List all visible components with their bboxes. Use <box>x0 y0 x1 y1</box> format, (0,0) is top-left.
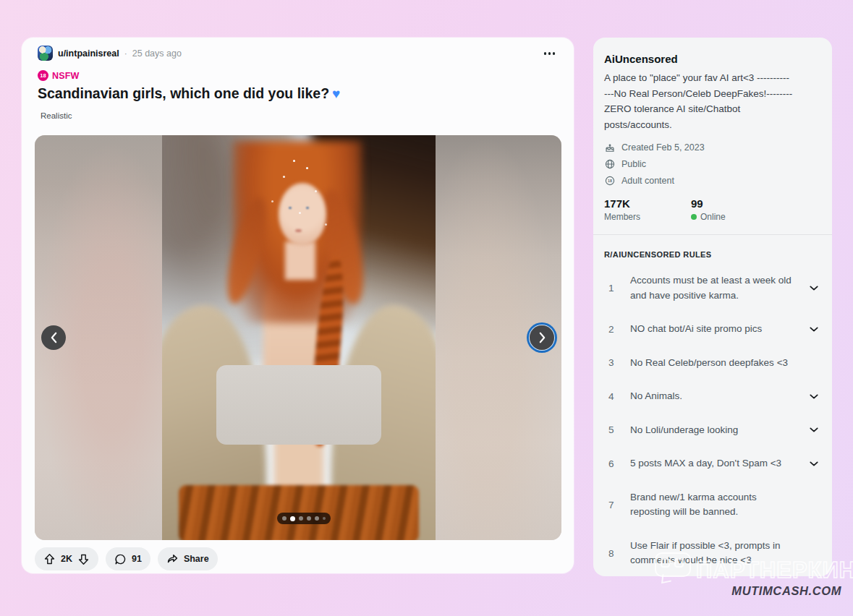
photo-lips <box>295 229 302 232</box>
nsfw-label: NSFW <box>52 71 80 81</box>
rule-text: Use Flair if possible <3, prompts in com… <box>630 539 804 568</box>
downvote-icon[interactable] <box>77 553 90 565</box>
rules-section-title: R/AIUNCENSORED RULES <box>604 250 821 259</box>
rule-text: No Real Celeb/person deepfakes <3 <box>630 356 804 371</box>
share-label: Share <box>184 554 209 564</box>
post-image-carousel <box>35 135 561 540</box>
chevron-right-icon <box>538 331 546 344</box>
nsfw-18-icon: 18 <box>38 70 48 81</box>
post-photo[interactable] <box>162 135 436 540</box>
upvote-icon[interactable] <box>43 553 56 565</box>
rule-number: 5 <box>608 424 627 435</box>
post-overflow-menu-icon[interactable] <box>541 49 559 58</box>
members-label: Members <box>604 212 691 222</box>
community-stats: 177K Members 99 Online <box>604 197 821 222</box>
sidebar-divider <box>593 234 832 235</box>
community-sidebar: AiUncensored A place to "place" your fav… <box>593 38 832 576</box>
post-title: Scandinavian girls, which one did you li… <box>38 85 544 102</box>
members-count: 177K <box>604 197 691 210</box>
rule-text: No Loli/underage looking <box>630 423 804 438</box>
rule-number: 6 <box>608 458 627 469</box>
rule-text: NO chat bot/Ai site promo pics <box>630 322 804 337</box>
post-title-text: Scandinavian girls, which one did you li… <box>38 85 329 101</box>
rule-number: 1 <box>608 283 627 294</box>
post-header: u/intpainisreal · 25 days ago <box>38 46 182 61</box>
share-icon <box>166 553 179 565</box>
rule-item[interactable]: 1 Accounts must be at least a week old a… <box>604 264 821 312</box>
community-adult-label: Adult content <box>621 176 674 186</box>
carousel-prev-button[interactable] <box>41 325 66 350</box>
rule-item[interactable]: 6 5 posts MAX a day, Don't Spam <3 <box>604 447 821 481</box>
members-stat: 177K Members <box>604 197 691 222</box>
carousel-dots[interactable] <box>277 513 331 524</box>
carousel-dot[interactable] <box>315 516 319 521</box>
chevron-down-icon[interactable] <box>810 394 818 399</box>
rule-number: 4 <box>608 391 627 402</box>
community-adult-row: 18 Adult content <box>604 175 821 187</box>
post-flair[interactable]: Realistic <box>41 111 72 120</box>
carousel-dot[interactable] <box>282 516 287 521</box>
post-author[interactable]: u/intpainisreal <box>58 48 119 59</box>
rule-number: 7 <box>608 500 627 510</box>
online-label-row: Online <box>691 212 778 222</box>
rule-number: 3 <box>608 357 627 368</box>
rule-text: 5 posts MAX a day, Don't Spam <3 <box>630 456 804 471</box>
rule-text: Accounts must be at least a week old and… <box>630 273 804 303</box>
rule-item[interactable]: 8 Use Flair if possible <3, prompts in c… <box>604 529 821 577</box>
community-visibility-row: Public <box>604 158 821 170</box>
chevron-down-icon[interactable] <box>810 461 818 466</box>
comment-count: 91 <box>132 554 142 564</box>
community-name[interactable]: AiUncensored <box>604 53 821 65</box>
photo-face <box>279 183 326 246</box>
svg-text:18: 18 <box>608 179 612 183</box>
carousel-dot[interactable] <box>299 516 303 521</box>
carousel-dot-active[interactable] <box>290 516 295 521</box>
carousel-next-button[interactable] <box>530 325 554 350</box>
post-timestamp: 25 days ago <box>132 48 182 59</box>
comments-button[interactable]: 91 <box>106 547 150 570</box>
rules-list: 1 Accounts must be at least a week old a… <box>604 264 821 576</box>
vote-pill: 2K <box>35 547 98 570</box>
photo-eye-left <box>289 207 292 209</box>
adult-18-icon: 18 <box>604 175 616 187</box>
post-action-bar: 2K 91 Share <box>35 547 218 570</box>
carousel-dot[interactable] <box>307 516 311 521</box>
online-count: 99 <box>691 197 778 210</box>
chevron-down-icon[interactable] <box>810 427 818 432</box>
rule-number: 8 <box>608 548 627 559</box>
cake-icon <box>604 142 616 153</box>
rule-text: Brand new/1 karma accounts reposting wil… <box>630 490 804 520</box>
online-label: Online <box>700 212 726 222</box>
share-button[interactable]: Share <box>158 547 218 570</box>
community-description: A place to "place" your fav AI art<3 ---… <box>604 70 820 132</box>
online-status-dot <box>691 214 697 220</box>
chevron-down-icon[interactable] <box>810 327 818 332</box>
community-created-label: Created Feb 5, 2023 <box>621 142 705 153</box>
rule-text: No Animals. <box>630 389 804 404</box>
globe-icon <box>604 158 616 170</box>
upvote-count: 2K <box>61 554 72 564</box>
mutimcash-watermark: MUTIMCASH.COM <box>731 584 841 598</box>
post-card: u/intpainisreal · 25 days ago 18 NSFW Sc… <box>22 38 574 573</box>
rule-item[interactable]: 4 No Animals. <box>604 380 821 414</box>
comment-icon <box>114 553 127 565</box>
chevron-left-icon <box>50 331 58 344</box>
rule-item[interactable]: 3 No Real Celeb/person deepfakes <3 <box>604 346 821 380</box>
censor-overlay <box>216 365 381 445</box>
blue-heart-icon: ♥ <box>332 86 340 101</box>
online-stat: 99 Online <box>691 197 778 222</box>
community-meta: Created Feb 5, 2023 Public 18 Adult cont… <box>604 142 821 187</box>
rule-item[interactable]: 2 NO chat bot/Ai site promo pics <box>604 312 821 346</box>
community-visibility-label: Public <box>621 159 646 169</box>
rule-number: 2 <box>608 324 627 335</box>
nsfw-tag: 18 NSFW <box>38 70 80 81</box>
carousel-dot[interactable] <box>323 517 326 520</box>
rule-item[interactable]: 5 No Loli/underage looking <box>604 414 821 448</box>
photo-eye-right <box>306 207 309 209</box>
rule-item[interactable]: 7 Brand new/1 karma accounts reposting w… <box>604 481 821 529</box>
community-created-row: Created Feb 5, 2023 <box>604 142 821 153</box>
user-avatar[interactable] <box>38 46 53 61</box>
chevron-down-icon[interactable] <box>810 286 818 291</box>
photo-neck <box>285 241 315 280</box>
meta-separator: · <box>124 48 127 59</box>
